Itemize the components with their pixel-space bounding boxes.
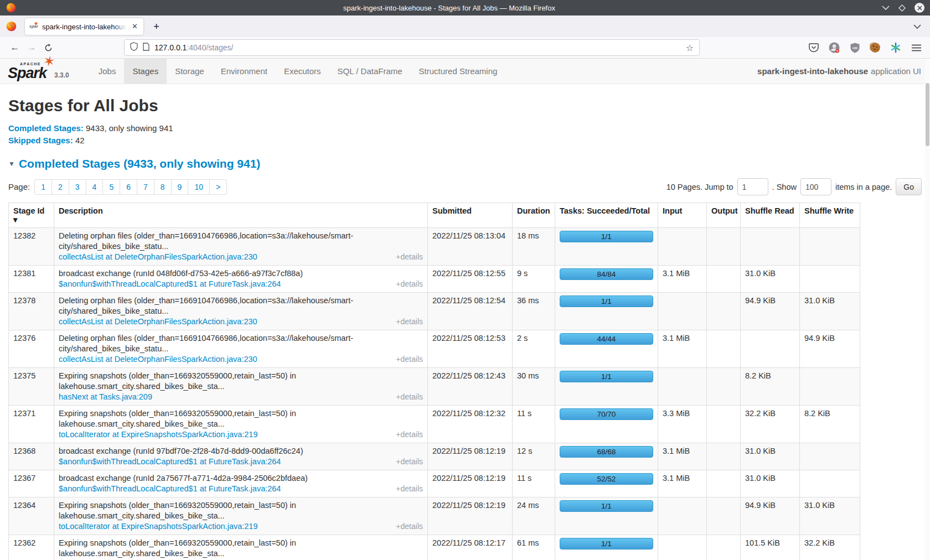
page-number-button[interactable]: 6 [120,179,137,195]
column-header[interactable]: Description [54,203,428,228]
column-header[interactable]: Shuffle Read [741,203,800,228]
stage-id-cell: 12378 [9,293,54,330]
stage-id-cell: 12375 [9,368,54,406]
stage-row: 12364 Expiring snapshots (older_than=166… [9,497,860,535]
submitted-cell: 2022/11/25 08:12:19 [428,497,513,535]
page-scrollbar[interactable] [925,59,930,560]
stage-callsite-link[interactable]: $anonfun$withThreadLocalCaptured$1 at Fu… [59,457,281,467]
tracking-shield-icon[interactable] [130,42,138,53]
stage-callsite-link[interactable]: collectAsList at DeleteOrphanFilesSparkA… [59,317,257,327]
forward-button[interactable]: → [23,39,40,56]
minimize-icon[interactable] [882,6,890,11]
page-number-button[interactable]: 4 [86,179,104,195]
menu-hamburger-icon[interactable] [910,42,922,54]
column-header[interactable]: Tasks: Succeeded/Total [555,203,658,228]
ublock-shield-icon[interactable]: UO [849,42,861,54]
stage-row: 12375 Expiring snapshots (older_than=166… [9,368,860,406]
column-header[interactable]: Output [707,203,741,228]
spark-nav-item[interactable]: Structured Streaming [411,59,506,84]
stage-description: Expiring snapshots (older_than=166932055… [59,538,423,559]
spark-nav-item[interactable]: Executors [276,59,329,84]
stage-id-cell: 12371 [9,406,54,443]
cookie-icon[interactable] [869,42,881,54]
spark-nav-item[interactable]: SQL / DataFrame [329,59,411,84]
stage-description: broadcast exchange (runId 048fd06f-d753-… [59,268,423,279]
close-tab-icon[interactable]: ✕ [131,22,139,30]
details-toggle[interactable]: +details [396,392,423,402]
page-number-button[interactable]: 2 [51,179,69,195]
column-header[interactable]: Duration [513,203,555,228]
stage-callsite-link[interactable]: $anonfun$withThreadLocalCaptured$1 at Fu… [59,484,281,494]
page-number-button[interactable]: 9 [171,179,189,195]
details-toggle[interactable]: +details [396,354,423,365]
page-number-button[interactable]: 3 [69,179,86,195]
list-tabs-chevron-icon[interactable] [913,22,921,32]
details-toggle[interactable]: +details [396,521,423,532]
scrollbar-thumb[interactable] [926,83,929,146]
page-number-button[interactable]: 7 [137,179,154,195]
page-number-button[interactable]: 1 [34,179,52,195]
column-header[interactable]: Input [658,203,707,228]
details-toggle[interactable]: +details [396,484,423,494]
column-header[interactable]: Submitted [428,203,513,228]
column-header[interactable]: Shuffle Write [800,203,860,228]
new-tab-button[interactable]: + [150,20,163,33]
firefox-icon[interactable] [6,20,17,32]
browser-tab[interactable]: spark spark-ingest-into-lakehous ✕ [25,18,143,35]
duration-cell: 24 ms [513,497,555,535]
completed-stages-section-header[interactable]: ▼ Completed Stages (9433, only showing 9… [8,157,922,170]
submitted-cell: 2022/11/25 08:12:32 [428,406,513,443]
stage-id-cell: 12382 [9,228,54,266]
stage-callsite-link[interactable]: hasNext at Tasks.java:209 [59,392,152,402]
tasks-cell: 70/70 [555,406,658,443]
shuffle-read-cell: 31.0 KiB [741,443,800,470]
spark-nav-item[interactable]: Storage [167,59,213,84]
description-cell: broadcast exchange (runId 2a75677f-a771-… [54,470,428,497]
stage-callsite-link[interactable]: toLocalIterator at ExpireSnapshotsSparkA… [59,521,258,532]
tasks-cell: 1/1 [555,368,658,406]
url-bar[interactable]: 127.0.0.1:4040/stages/ ☆ [124,39,700,56]
go-button[interactable]: Go [896,178,922,195]
page-number-button[interactable]: > [209,179,227,195]
output-cell [707,406,741,443]
skipped-stages-value: 42 [75,136,85,145]
jump-to-page-input[interactable] [737,178,768,195]
maximize-icon[interactable] [898,4,906,12]
spark-nav-item[interactable]: Jobs [90,59,125,84]
skipped-stages-stat: Skipped Stages: 42 [8,135,922,146]
bookmark-star-icon[interactable]: ☆ [686,43,694,53]
details-toggle[interactable]: +details [396,279,423,289]
extension-asterisk-icon[interactable] [890,42,902,54]
stage-callsite-link[interactable]: $anonfun$withThreadLocalCaptured$1 at Fu… [59,279,281,289]
items-per-page-input[interactable] [800,178,831,195]
page-info-icon[interactable] [143,43,149,53]
tasks-cell: 84/84 [555,266,658,293]
page-number-button[interactable]: 10 [188,179,210,195]
spark-nav-item[interactable]: Stages [124,59,167,84]
page-number-button[interactable]: 5 [102,179,120,195]
spark-logo[interactable]: APACHE Spark ✶ 3.3.0 [8,59,75,84]
stage-callsite-link[interactable]: collectAsList at DeleteOrphanFilesSparkA… [59,354,257,365]
details-toggle[interactable]: +details [396,317,423,327]
tasks-progress-bar: 70/70 [560,408,653,420]
shuffle-read-cell: 31.0 KiB [741,266,800,293]
details-toggle[interactable]: +details [396,457,423,467]
details-toggle[interactable]: +details [396,252,423,262]
account-containers-icon[interactable] [828,42,840,54]
url-text[interactable]: 127.0.0.1:4040/stages/ [154,43,681,52]
input-cell: 3.1 MiB [658,470,707,497]
page-button-group: 1 2 3 4 5 6 7 8 9 10 > [34,179,227,195]
details-toggle[interactable]: +details [396,429,423,440]
submitted-cell: 2022/11/25 08:12:43 [428,368,513,406]
stage-callsite-link[interactable]: collectAsList at DeleteOrphanFilesSparkA… [59,252,257,262]
page-number-button[interactable]: 8 [154,179,172,195]
pocket-icon[interactable] [808,42,820,54]
input-cell [658,497,707,535]
column-header[interactable]: Stage Id ▾ [9,203,54,228]
back-button[interactable]: ← [7,39,23,56]
input-cell: 3.1 MiB [658,330,707,368]
close-window-icon[interactable] [914,3,924,13]
spark-nav-item[interactable]: Environment [213,59,276,84]
stage-id-cell: 12376 [9,330,54,368]
stage-callsite-link[interactable]: toLocalIterator at ExpireSnapshotsSparkA… [59,429,258,440]
